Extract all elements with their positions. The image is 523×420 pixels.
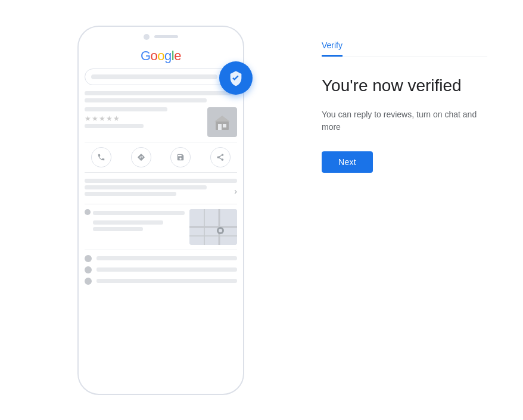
directions-icon (137, 153, 145, 161)
verify-section: Verify You're now verified You can reply… (286, 24, 487, 173)
verify-tabs: Verify (322, 36, 487, 57)
website-text (96, 279, 237, 283)
google-logo: Google (141, 48, 181, 64)
star-5: ★ (113, 115, 119, 121)
chevron-right-icon: › (234, 186, 237, 196)
phone-notch (79, 27, 243, 45)
directions-button[interactable] (131, 147, 151, 167)
stars-row: ★ ★ ★ ★ ★ (85, 115, 203, 121)
save-button[interactable] (170, 147, 191, 167)
address-line-1 (93, 211, 185, 215)
svg-point-10 (219, 229, 222, 232)
phone-illustration-section: Google (36, 26, 286, 395)
address-line-2 (93, 220, 163, 225)
map-thumbnail (189, 209, 237, 245)
svg-marker-3 (214, 116, 230, 122)
phone-icon (85, 266, 92, 273)
shield-badge (219, 61, 253, 95)
svg-rect-2 (223, 124, 226, 127)
phone-row (85, 266, 237, 273)
main-container: Google (0, 0, 523, 420)
phone-content: Google (79, 45, 243, 285)
map-svg (189, 209, 237, 245)
search-input (91, 74, 217, 79)
share-icon (216, 153, 225, 161)
location-pin-icon (85, 209, 91, 215)
globe-icon (85, 278, 92, 285)
hours-text (96, 256, 237, 260)
verify-description: You can reply to reviews, turn on chat a… (322, 108, 487, 133)
about-line-2 (85, 185, 207, 189)
star-3: ★ (99, 115, 105, 121)
business-thumbnail (207, 107, 237, 137)
map-section (85, 209, 237, 250)
hours-row (85, 255, 237, 262)
phone-speaker (154, 35, 178, 38)
search-bar[interactable] (85, 69, 237, 85)
address-line-3 (93, 227, 143, 231)
call-button[interactable] (91, 147, 111, 167)
business-info: ★ ★ ★ ★ ★ (85, 107, 203, 131)
skeleton-line (85, 91, 237, 95)
call-icon (97, 153, 105, 161)
map-info (85, 209, 185, 245)
action-buttons-row (85, 147, 237, 173)
verify-title: You're now verified (322, 75, 487, 97)
svg-rect-1 (218, 124, 222, 130)
tab-verify[interactable]: Verify (322, 36, 343, 57)
about-line-3 (85, 192, 176, 196)
star-2: ★ (92, 115, 98, 121)
clock-icon (85, 255, 92, 262)
about-line-1 (85, 179, 237, 183)
next-button[interactable]: Next (322, 151, 373, 173)
skeleton-line (85, 98, 207, 102)
store-icon (213, 113, 231, 131)
business-name-line (85, 107, 167, 111)
share-button[interactable] (210, 147, 231, 167)
shield-icon (228, 70, 244, 86)
star-1: ★ (85, 115, 91, 121)
business-detail-line (85, 124, 144, 128)
website-row (85, 278, 237, 285)
phone-text (96, 267, 237, 272)
google-logo-area: Google (85, 45, 237, 69)
about-section: › (85, 179, 237, 204)
save-icon (176, 153, 185, 161)
phone-camera (144, 34, 150, 40)
star-4: ★ (106, 115, 112, 121)
business-card: ★ ★ ★ ★ ★ (85, 107, 237, 142)
svg-rect-0 (216, 122, 229, 130)
phone-wrapper: Google (77, 26, 244, 395)
